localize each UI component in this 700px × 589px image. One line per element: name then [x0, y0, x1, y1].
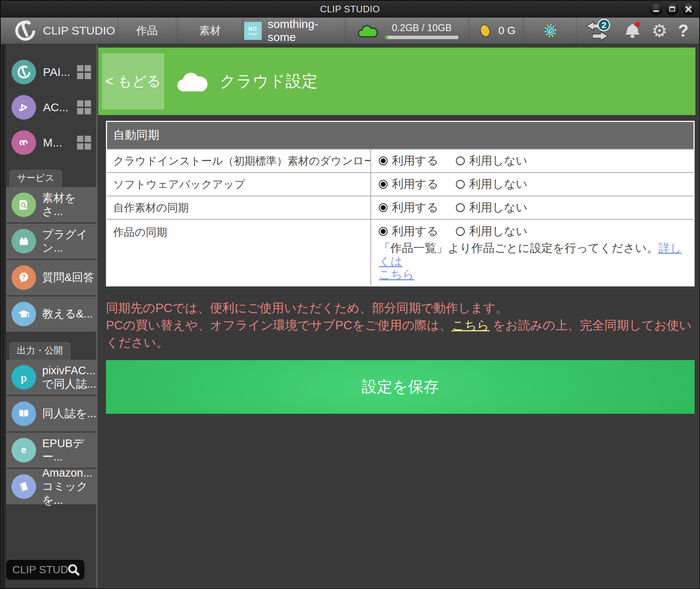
maximize-button[interactable]	[666, 3, 679, 15]
clip-modeler-icon	[12, 130, 36, 155]
titlebar: CLIP STUDIO	[1, 1, 699, 18]
radio-unselected-icon[interactable]	[456, 227, 465, 236]
radio-selected-icon[interactable]	[379, 156, 388, 165]
notification-dot	[635, 22, 640, 27]
save-settings-button[interactable]: 設定を保存	[106, 360, 695, 414]
gold-balance-label: 0 G	[498, 25, 515, 37]
user-account-button[interactable]: NO image somthing-some	[244, 18, 344, 44]
table-row: ソフトウェアバックアップ 利用する 利用しない	[107, 172, 693, 196]
sidebar-scrollbar[interactable]	[1, 44, 6, 588]
storage-usage-label: 0.2GB / 10GB	[392, 22, 452, 33]
clip-action-icon	[12, 95, 36, 120]
warning-link[interactable]: こちら	[452, 318, 489, 332]
toolbar-icons: 2 ⚙ ?	[581, 18, 699, 44]
app-body: PAI... AC...	[1, 44, 699, 588]
radio-unselected-icon[interactable]	[456, 156, 465, 165]
tab-services: サービス	[9, 169, 62, 187]
graduation-cap-icon	[12, 302, 36, 326]
cloud-storage-button[interactable]: 0.2GB / 10GB	[346, 18, 468, 44]
storage-progress-fill	[385, 36, 388, 39]
sidebar-item-doujinshi[interactable]: 同人誌を...	[6, 396, 96, 433]
radio-not-use[interactable]: 利用しない	[456, 153, 527, 169]
sidebar-item-search-materials[interactable]: 素材をさ...	[6, 187, 96, 224]
sidebar-item-teach[interactable]: 教える&...	[6, 296, 96, 333]
gear-icon: ⚙	[652, 22, 667, 39]
table-row: クラウドインストール（初期標準）素材のダウンロード 利用する 利用しない	[107, 149, 693, 172]
brand-label: CLIP STUDIO	[43, 24, 115, 37]
avatar: NO image	[244, 22, 262, 40]
sidebar-item-plugins[interactable]: プラグイン...	[6, 224, 96, 260]
radio-use[interactable]: 利用する	[379, 176, 438, 192]
sidebar-item-paint[interactable]: PAI...	[6, 54, 96, 90]
plugin-brick-icon	[12, 229, 36, 253]
sidebar-item-questions[interactable]: ? 質問&回答	[6, 260, 96, 296]
clip-paint-icon	[12, 60, 36, 84]
bell-icon	[624, 21, 641, 40]
radio-unselected-icon[interactable]	[456, 180, 465, 189]
sync-warning: 同期先のPCでは、便利にご使用いただくため、部分同期で動作します。 PCの買い替…	[106, 299, 695, 352]
radio-unselected-icon[interactable]	[456, 203, 465, 212]
details-link[interactable]: こちら	[379, 268, 414, 281]
sidebar-item-epub[interactable]: e EPUBデー...	[6, 433, 96, 469]
settings-button[interactable]: ⚙	[652, 22, 667, 39]
radio-selected-icon[interactable]	[379, 203, 388, 212]
pixiv-factory-icon: p	[12, 365, 36, 390]
svg-text:e: e	[21, 444, 26, 455]
svg-text:?: ?	[22, 273, 26, 281]
sync-transfer-button[interactable]: 2	[581, 18, 613, 43]
table-header: 自動同期	[107, 122, 693, 149]
radio-selected-icon[interactable]	[379, 227, 388, 236]
book-icon	[12, 474, 36, 499]
window-controls	[650, 3, 695, 15]
page-title: クラウド設定	[220, 71, 318, 92]
main-content: < もどる クラウド設定 自動同期 クラウドインストール（初期標準）素材のダウン…	[97, 44, 699, 588]
sidebar-item-amazon-comics[interactable]: Amazon...コミックを...	[6, 469, 96, 505]
radio-not-use[interactable]: 利用しない	[456, 200, 527, 216]
help-button[interactable]: ?	[678, 22, 688, 39]
tab-output-publish: 出力・公開	[9, 342, 71, 360]
radio-use[interactable]: 利用する	[379, 200, 438, 216]
sidebar-item-modeler[interactable]: M...	[6, 125, 96, 160]
radio-selected-icon[interactable]	[379, 180, 388, 189]
auto-sync-table: 自動同期 クラウドインストール（初期標準）素材のダウンロード 利用する 利用しな…	[106, 121, 695, 286]
page-header: < もどる クラウド設定	[98, 48, 695, 115]
sidebar-item-pixiv-factory[interactable]: p pixivFAC...で同人誌...	[6, 360, 96, 396]
storage-progress-bar	[385, 36, 458, 39]
search-icon	[68, 564, 80, 576]
sync-transfer-icon: 2	[581, 18, 613, 43]
toolbar-spacer	[576, 18, 581, 44]
materials-button[interactable]: 素材	[178, 18, 242, 44]
search-value: CLIP STUD...	[12, 564, 68, 576]
gold-balance-button[interactable]: G 0 G	[470, 18, 522, 44]
cloud-storage-icon	[356, 22, 380, 39]
app-grid-icon[interactable]	[76, 100, 92, 115]
sidebar-item-action[interactable]: AC...	[6, 90, 96, 125]
svg-text:2: 2	[601, 20, 606, 30]
app-grid-icon[interactable]	[76, 135, 92, 150]
search-input[interactable]: CLIP STUD...	[6, 560, 84, 580]
open-book-icon	[12, 401, 36, 426]
material-search-icon	[12, 192, 36, 217]
close-button[interactable]	[682, 3, 695, 15]
clip-studio-logo-icon	[13, 19, 37, 43]
radio-use[interactable]: 利用する	[379, 153, 438, 169]
maximize-icon	[669, 7, 675, 12]
clippy-chip-icon: C	[542, 22, 559, 39]
radio-not-use[interactable]: 利用しない	[456, 224, 527, 239]
radio-use[interactable]: 利用する	[379, 224, 438, 239]
cloud-icon	[175, 69, 210, 94]
toolbar: CLIP STUDIO 作品 素材 NO image somthing-some…	[1, 18, 699, 44]
storage-usage: 0.2GB / 10GB	[385, 22, 458, 39]
question-bubble-icon: ?	[12, 265, 36, 290]
brand[interactable]: CLIP STUDIO	[1, 18, 116, 44]
notifications-button[interactable]	[624, 21, 641, 40]
works-button[interactable]: 作品	[118, 18, 176, 44]
help-icon: ?	[678, 22, 688, 39]
radio-not-use[interactable]: 利用しない	[456, 176, 527, 192]
clippy-points-button[interactable]: C	[524, 18, 576, 44]
app-grid-icon[interactable]	[76, 64, 92, 80]
back-button[interactable]: < もどる	[102, 53, 164, 109]
gold-coin-icon: G	[477, 22, 494, 39]
minimize-button[interactable]	[650, 3, 662, 15]
window-title: CLIP STUDIO	[320, 4, 380, 15]
